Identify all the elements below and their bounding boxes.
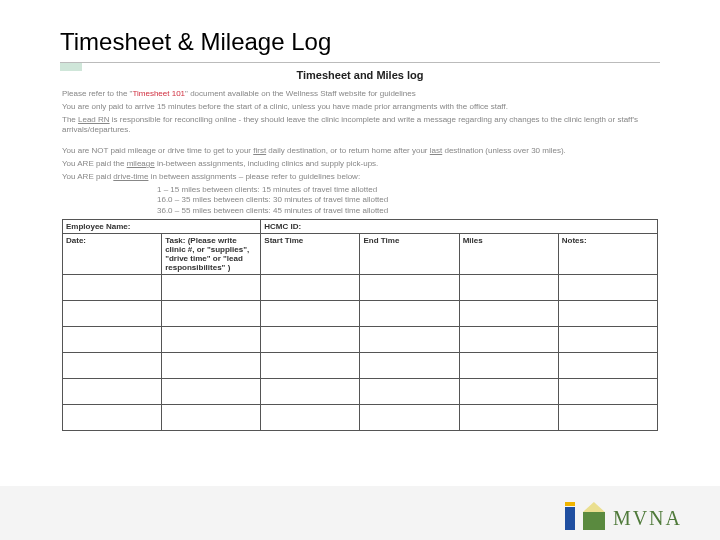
col-start: Start Time: [261, 233, 360, 274]
table-row: [63, 326, 658, 352]
instr-np-b: daily destination, or to return home aft…: [266, 146, 430, 155]
instr-leadrn-ul: Lead RN: [78, 115, 110, 124]
allot-3: 36.0 – 55 miles between clients: 45 minu…: [62, 206, 658, 217]
accent-block: [60, 63, 82, 71]
instr-leadrn: The Lead RN is responsible for reconcili…: [62, 115, 658, 137]
svg-rect-0: [565, 502, 575, 506]
table-row: [63, 404, 658, 430]
allot-2: 16.0 – 35 miles between clients: 30 minu…: [62, 195, 658, 206]
instr-arrive: You are only paid to arrive 15 minutes b…: [62, 102, 658, 113]
instr-leadrn-post: is responsible for reconciling online - …: [62, 115, 638, 135]
doc-heading: Timesheet and Miles log: [62, 69, 658, 81]
instr-refer: Please refer to the "Timesheet 101" docu…: [62, 89, 658, 100]
allot-1: 1 – 15 miles between clients: 15 minutes…: [62, 185, 658, 196]
instr-apm-b: in-between assignments, including clinic…: [155, 159, 379, 168]
table-row: [63, 300, 658, 326]
hcmc-mark-icon: [565, 502, 575, 530]
table-row: [63, 378, 658, 404]
svg-rect-1: [565, 507, 575, 530]
page-title: Timesheet & Mileage Log: [0, 0, 720, 62]
instr-leadrn-pre: The: [62, 115, 78, 124]
instr-apm-a: You ARE paid the: [62, 159, 127, 168]
instr-arepaid-mileage: You ARE paid the mileage in-between assi…: [62, 159, 658, 170]
title-rule: [60, 62, 660, 63]
mvna-mark-icon: [583, 502, 605, 530]
table-row-headers: Date: Task: (Please write clinic #, or "…: [63, 233, 658, 274]
instr-apd-a: You ARE paid: [62, 172, 113, 181]
instr-apd-ul: drive-time: [113, 172, 148, 181]
instr-refer-post: " document available on the Wellness Sta…: [185, 89, 416, 98]
emp-name-label: Employee Name:: [63, 219, 261, 233]
instr-arepaid-drive: You ARE paid drive-time in between assig…: [62, 172, 658, 183]
instr-apm-ul: mileage: [127, 159, 155, 168]
table-row: [63, 274, 658, 300]
instr-np-first: first: [253, 146, 266, 155]
col-notes: Notes:: [558, 233, 657, 274]
timesheet-table: Employee Name: HCMC ID: Date: Task: (Ple…: [62, 219, 658, 431]
instr-apd-b: in between assignments – please refer to…: [148, 172, 360, 181]
col-task: Task: (Please write clinic #, or "suppli…: [162, 233, 261, 274]
document-body: Timesheet and Miles log Please refer to …: [62, 69, 658, 431]
instr-np-last: last: [430, 146, 442, 155]
table-row: [63, 352, 658, 378]
instr-refer-hl: Timesheet 101: [132, 89, 185, 98]
instr-np-a: You are NOT paid mileage or drive time t…: [62, 146, 253, 155]
instr-np-c: destination (unless over 30 miles).: [442, 146, 566, 155]
col-end: End Time: [360, 233, 459, 274]
footer-logo: MVNA: [565, 502, 682, 530]
col-date: Date:: [63, 233, 162, 274]
instr-refer-pre: Please refer to the ": [62, 89, 132, 98]
instr-notpaid: You are NOT paid mileage or drive time t…: [62, 146, 658, 157]
hcmc-id-label: HCMC ID:: [261, 219, 658, 233]
col-miles: Miles: [459, 233, 558, 274]
mvna-wordmark: MVNA: [613, 507, 682, 530]
table-row-name: Employee Name: HCMC ID:: [63, 219, 658, 233]
